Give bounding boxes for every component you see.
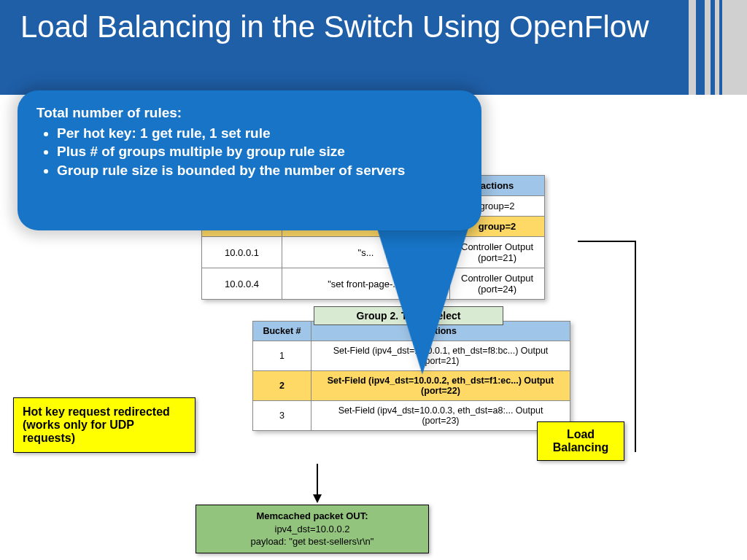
packet-out-header: Memcached packet OUT: — [204, 510, 421, 523]
flow-row: 10.0.0.4 "set front-page-..." Controller… — [202, 268, 545, 300]
callout-bullet: Plus # of groups multiple by group rule … — [57, 142, 462, 161]
callout-header: Total number of rules: — [36, 104, 462, 122]
callout-bullet: Group rule size is bounded by the number… — [57, 161, 462, 180]
flow-row: 10.0.0.1 "s... Controller Output (port=2… — [202, 237, 545, 268]
group-row: 3 Set-Field (ipv4_dst=10.0.0.3, eth_dst=… — [253, 401, 570, 431]
packet-out-line1: ipv4_dst=10.0.0.2 — [204, 523, 421, 536]
callout-bubble: Total number of rules: Per hot key: 1 ge… — [18, 90, 481, 230]
slide-title: Load Balancing in the Switch Using OpenF… — [0, 0, 671, 95]
title-stripes — [671, 0, 747, 95]
callout-list: Per hot key: 1 get rule, 1 set rule Plus… — [57, 124, 462, 180]
packet-out-box: Memcached packet OUT: ipv4_dst=10.0.0.2 … — [196, 505, 429, 553]
packet-out-line2: payload: "get best-sellers\r\n" — [204, 535, 421, 548]
note-load-balancing: Load Balancing — [537, 421, 624, 461]
callout-bullet: Per hot key: 1 get rule, 1 set rule — [57, 124, 462, 143]
arrow-group-to-packet — [317, 464, 318, 502]
arrow-flow-to-group — [578, 241, 636, 452]
note-hot-key: Hot key request redirected (works only f… — [13, 397, 196, 453]
group-header-bucket: Bucket # — [253, 322, 311, 341]
